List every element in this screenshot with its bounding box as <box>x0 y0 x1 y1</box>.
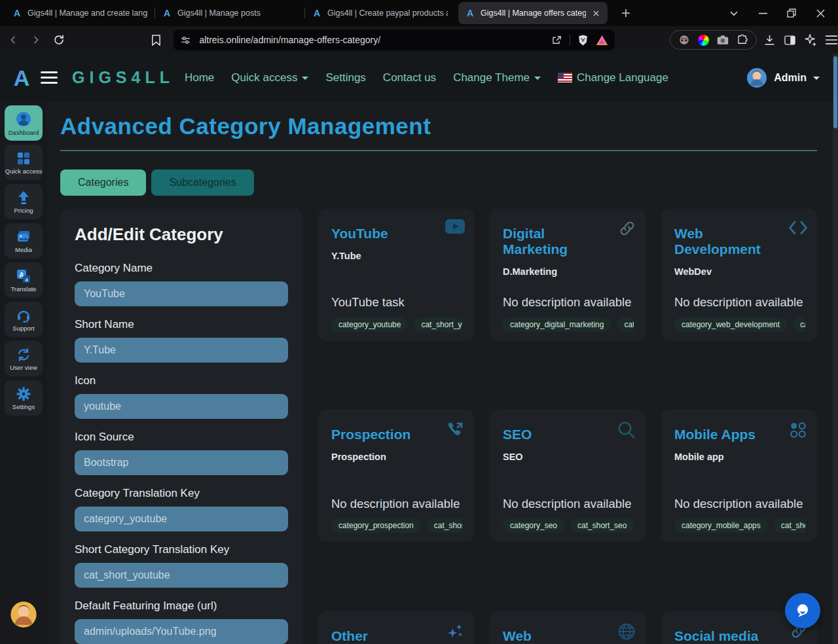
privacy-extension-icon[interactable] <box>678 34 690 46</box>
bookmark-button[interactable] <box>147 30 166 50</box>
sidebar-item-translate[interactable]: Aa Translate <box>5 262 43 298</box>
sidebar-item-quick-access[interactable]: Quick access <box>5 145 43 180</box>
category-card-prospection[interactable]: Prospection Prospection No description a… <box>318 410 474 542</box>
field-label: Icon Source <box>75 431 288 444</box>
brave-shield-icon[interactable] <box>577 34 589 46</box>
forward-button[interactable] <box>27 30 46 50</box>
nav-settings[interactable]: Settings <box>325 71 365 84</box>
menu-hamburger-button[interactable] <box>825 35 838 45</box>
sidebar-item-settings[interactable]: Settings <box>5 380 43 416</box>
colorpicker-extension-icon[interactable] <box>698 35 709 46</box>
forward-icon <box>31 35 41 45</box>
card-tags: category_seo cat_short_seo <box>503 518 634 533</box>
url-text[interactable]: altreis.online/admin/manage-offers-categ… <box>199 35 551 45</box>
sidebar-item-label: Translate <box>10 285 36 293</box>
scrollbar-thumb[interactable] <box>833 56 837 128</box>
extensions-puzzle-icon[interactable] <box>737 34 748 46</box>
svg-text:A: A <box>164 8 170 18</box>
category-card-other[interactable]: Other Other No description available cat… <box>318 611 474 644</box>
leo-ai-sparkle-button[interactable] <box>804 33 817 46</box>
category-card-web-development[interactable]: Web Development WebDev No description av… <box>661 209 817 341</box>
back-button[interactable] <box>4 30 23 50</box>
user-menu[interactable]: Admin <box>746 67 820 88</box>
window-close-button[interactable] <box>808 3 833 23</box>
browser-tab-1[interactable]: A Gigs4ll | Manage and create languag <box>5 2 155 24</box>
sidebar-item-support[interactable]: Support <box>5 302 43 337</box>
icon-input[interactable] <box>75 394 288 419</box>
gigs4ll-favicon-icon: A <box>312 8 322 18</box>
tab-title: Gigs4ll | Manage posts <box>177 9 298 18</box>
icon-source-input[interactable] <box>75 450 288 475</box>
nav-change-theme[interactable]: Change Theme <box>453 71 541 84</box>
sidebar-item-media[interactable]: Media <box>5 223 43 259</box>
brave-rewards-icon[interactable] <box>596 35 608 46</box>
reload-button[interactable] <box>50 30 69 50</box>
short-category-translation-key-input[interactable] <box>75 563 288 588</box>
category-name-input[interactable] <box>75 281 288 306</box>
card-title: SEO <box>503 427 634 442</box>
tab-categories[interactable]: Categories <box>60 170 146 196</box>
nav-change-language[interactable]: Change Language <box>558 71 668 84</box>
category-card-web[interactable]: Web Web Tasks related to website interac… <box>490 611 646 644</box>
category-card-digital-marketing[interactable]: Digital Marketing D.Marketing No descrip… <box>490 209 646 341</box>
split-view-button[interactable] <box>784 34 796 46</box>
nav-home[interactable]: Home <box>185 71 214 84</box>
browser-toolbar: altreis.online/admin/manage-offers-categ… <box>0 26 838 54</box>
sidebar-item-user-view[interactable]: User view <box>5 341 43 376</box>
card-tags: category_digital_marketing cat_short <box>503 317 634 332</box>
tag: cat_short_pros <box>427 518 462 533</box>
category-card-youtube[interactable]: YouTube Y.Tube YouTube task category_you… <box>318 209 474 341</box>
main-content: Advanced Category Management Categories … <box>47 101 838 644</box>
menu-toggle-icon[interactable] <box>41 71 58 84</box>
minimize-icon <box>759 12 767 14</box>
card-short-name: Mobile app <box>674 452 805 462</box>
short-name-input[interactable] <box>75 338 288 363</box>
tab-subcategories[interactable]: Subcategories <box>151 170 253 196</box>
sidebar-item-pricing[interactable]: Pricing <box>5 184 43 219</box>
screenshot-extension-icon[interactable] <box>717 35 729 45</box>
form-title: Add/Edit Category <box>75 224 288 245</box>
card-short-name: WebDev <box>674 266 805 277</box>
tab-close-icon[interactable] <box>591 10 601 17</box>
nav-change-language-label: Change Language <box>577 71 668 84</box>
address-bar[interactable]: altreis.online/admin/manage-offers-categ… <box>173 29 615 50</box>
tab-search-chevron-button[interactable] <box>721 3 746 23</box>
brand-text[interactable]: GIGS4LL <box>72 68 174 87</box>
gigs4ll-logo[interactable]: A <box>9 65 34 90</box>
card-short-name: Prospection <box>331 452 462 462</box>
category-translation-key-input[interactable] <box>75 507 288 531</box>
tag: cat_sho <box>793 317 805 332</box>
category-cards-grid: YouTube Y.Tube YouTube task category_you… <box>318 209 817 644</box>
browser-tab-active[interactable]: A Gigs4ll | Manage offers categor <box>458 2 608 24</box>
nav-contact-us[interactable]: Contact us <box>383 71 436 84</box>
card-description: No description available <box>331 495 462 513</box>
tag: category_web_development <box>674 317 787 332</box>
sidebar-item-dashboard[interactable]: Dashboard <box>5 105 43 141</box>
tag: category_digital_marketing <box>503 317 611 332</box>
browser-tab-2[interactable]: A Gigs4ll | Manage posts <box>155 2 304 24</box>
chat-widget-button[interactable] <box>785 593 820 628</box>
window-minimize-button[interactable] <box>750 3 775 23</box>
scrollbar[interactable] <box>833 54 838 644</box>
card-description: YouTube task <box>331 294 462 312</box>
tab-title: Gigs4ll | Create paypal products and <box>327 9 448 18</box>
card-title: Web Development <box>674 226 805 257</box>
sidebar-avatar[interactable] <box>10 601 37 628</box>
app-grid-icon <box>788 420 808 440</box>
share-icon[interactable] <box>551 34 563 46</box>
category-card-seo[interactable]: SEO SEO No description available categor… <box>490 410 646 542</box>
caret-down-icon <box>813 77 820 80</box>
sidebar-item-label: Dashboard <box>9 129 39 136</box>
default-featuring-image-input[interactable] <box>75 619 288 644</box>
nav-quick-access[interactable]: Quick access <box>231 71 308 84</box>
chat-bubble-icon <box>794 602 811 619</box>
new-tab-button[interactable] <box>617 4 635 22</box>
field-label: Category Translation Key <box>75 487 288 500</box>
card-title: Mobile Apps <box>674 427 805 442</box>
category-card-mobile-apps[interactable]: Mobile Apps Mobile app No description av… <box>661 410 817 542</box>
youtube-icon <box>445 219 465 234</box>
window-restore-button[interactable] <box>779 3 804 23</box>
category-tabs: Categories Subcategories <box>60 170 838 196</box>
downloads-button[interactable] <box>763 34 776 46</box>
browser-tab-3[interactable]: A Gigs4ll | Create paypal products and <box>305 2 454 24</box>
